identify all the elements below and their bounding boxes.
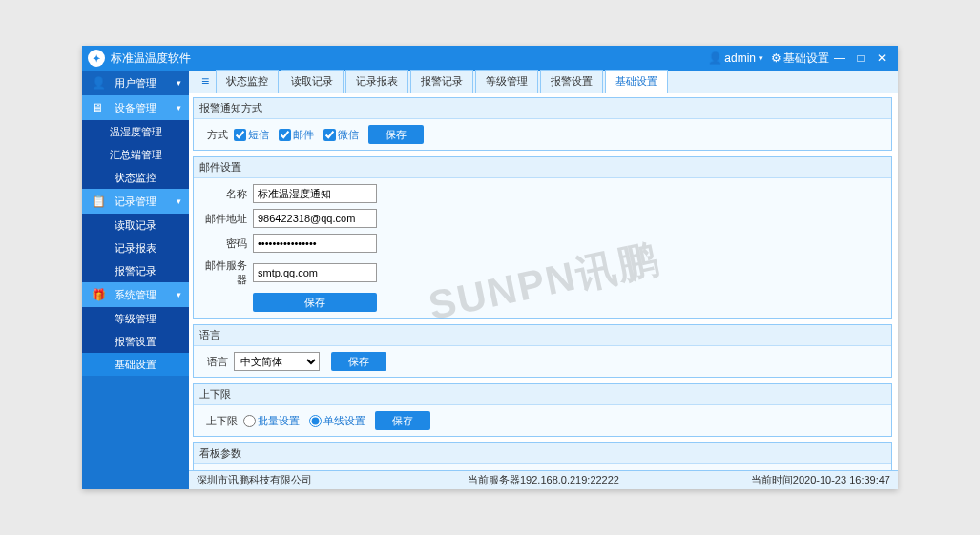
panel-title: 上下限	[194, 384, 891, 405]
checkbox-email[interactable]	[279, 129, 291, 141]
tab-bar: ≡ 状态监控 读取记录 记录报表 报警记录 等级管理 报警设置 基础设置	[189, 71, 898, 93]
user-menu[interactable]: 👤 admin ▾	[708, 51, 763, 65]
chevron-down-icon: ▾	[177, 196, 181, 206]
save-button[interactable]: 保存	[375, 411, 430, 430]
sidebar-item-record-report[interactable]: 记录报表	[82, 237, 189, 259]
main-area: ≡ 状态监控 读取记录 记录报表 报警记录 等级管理 报警设置 基础设置 SUN…	[189, 71, 898, 489]
user-name: admin	[724, 51, 756, 65]
sidebar: 👤用户管理▾ 🖥设备管理▾ 温湿度管理 汇总端管理 状态监控 📋记录管理▾ 读取…	[82, 71, 189, 489]
gift-icon: 🎁	[92, 288, 106, 301]
user-icon: 👤	[708, 51, 722, 65]
chevron-down-icon: ▾	[177, 290, 181, 299]
mail-name-input[interactable]	[253, 184, 377, 203]
save-button[interactable]: 保存	[368, 125, 424, 144]
status-company: 深圳市讯鹏科技有限公司	[197, 473, 427, 487]
sidebar-item-alarm-record[interactable]: 报警记录	[82, 259, 189, 282]
tab-alarm-settings[interactable]: 报警设置	[540, 70, 603, 93]
sidebar-item-status[interactable]: 状态监控	[82, 166, 189, 189]
language-select[interactable]: 中文简体	[234, 352, 320, 371]
save-button[interactable]: 保存	[253, 293, 377, 312]
monitor-icon: 🖥	[92, 101, 103, 114]
mail-addr-input[interactable]	[253, 209, 377, 228]
app-logo-icon: ✦	[88, 50, 105, 67]
user-icon: 👤	[92, 76, 106, 90]
sidebar-group-record[interactable]: 📋记录管理▾	[82, 189, 189, 214]
mail-pwd-input[interactable]	[253, 234, 377, 253]
status-bar: 深圳市讯鹏科技有限公司 当前服务器192.168.0.219:22222 当前时…	[189, 470, 898, 489]
sidebar-item-read-record[interactable]: 读取记录	[82, 214, 189, 237]
sidebar-group-user[interactable]: 👤用户管理▾	[82, 71, 189, 95]
sidebar-item-basic-settings[interactable]: 基础设置	[82, 353, 189, 376]
panel-kanban: 看板参数 记录间隔 小时 分钟 秒 温度上限 温度下限 湿度上限 湿度下限	[193, 442, 892, 470]
clipboard-icon: 📋	[92, 195, 106, 208]
panel-limit: 上下限 上下限 批量设置 单线设置 保存	[193, 383, 892, 437]
status-server: 当前服务器192.168.0.219:22222	[427, 473, 658, 487]
panel-title: 邮件设置	[194, 157, 891, 178]
gear-icon: ⚙	[771, 51, 782, 65]
hamburger-icon[interactable]: ≡	[195, 70, 216, 93]
sidebar-item-temp-humidity[interactable]: 温湿度管理	[82, 120, 189, 143]
notify-label: 方式	[201, 128, 228, 142]
chevron-down-icon: ▾	[759, 53, 763, 63]
panel-language: 语言 语言 中文简体 保存	[193, 324, 892, 378]
sidebar-item-alarm-settings[interactable]: 报警设置	[82, 330, 189, 353]
checkbox-wechat[interactable]	[323, 129, 336, 141]
sidebar-item-level[interactable]: 等级管理	[82, 307, 189, 330]
application-window: ✦ 标准温温度软件 👤 admin ▾ ⚙ 基础设置 — □ ✕ 👤用户管理▾ …	[82, 46, 898, 489]
sidebar-group-device[interactable]: 🖥设备管理▾	[82, 95, 189, 120]
content-scroll[interactable]: SUNPN讯鹏 报警通知方式 方式 短信 邮件 微信 保存 邮件设	[189, 93, 898, 470]
radio-single[interactable]	[309, 415, 322, 427]
panel-mail: 邮件设置 名称 邮件地址 密码 邮件服务器 保存	[193, 156, 892, 319]
tab-read-record[interactable]: 读取记录	[281, 70, 344, 93]
mail-server-input[interactable]	[253, 263, 377, 282]
sidebar-item-summary[interactable]: 汇总端管理	[82, 143, 189, 166]
tab-level[interactable]: 等级管理	[475, 70, 538, 93]
tab-alarm-record[interactable]: 报警记录	[410, 70, 473, 93]
maximize-button[interactable]: □	[850, 51, 871, 65]
minimize-button[interactable]: —	[829, 51, 850, 65]
tab-record-report[interactable]: 记录报表	[345, 70, 408, 93]
panel-title: 报警通知方式	[194, 98, 891, 119]
tab-basic-settings[interactable]: 基础设置	[605, 70, 668, 93]
settings-link[interactable]: ⚙ 基础设置	[771, 51, 829, 67]
panel-title: 语言	[194, 325, 891, 346]
checkbox-sms[interactable]	[234, 129, 246, 141]
settings-label: 基础设置	[783, 51, 829, 67]
titlebar: ✦ 标准温温度软件 👤 admin ▾ ⚙ 基础设置 — □ ✕	[82, 46, 898, 71]
close-button[interactable]: ✕	[871, 51, 892, 65]
chevron-down-icon: ▾	[177, 103, 181, 113]
app-title: 标准温温度软件	[111, 51, 191, 67]
panel-notify: 报警通知方式 方式 短信 邮件 微信 保存	[193, 97, 892, 151]
sidebar-group-system[interactable]: 🎁系统管理▾	[82, 282, 189, 307]
panel-title: 看板参数	[194, 443, 891, 464]
radio-batch[interactable]	[243, 415, 256, 427]
chevron-down-icon: ▾	[177, 78, 181, 88]
status-time: 当前时间2020-10-23 16:39:47	[659, 473, 890, 487]
save-button[interactable]: 保存	[331, 352, 386, 371]
tab-status[interactable]: 状态监控	[216, 70, 279, 93]
